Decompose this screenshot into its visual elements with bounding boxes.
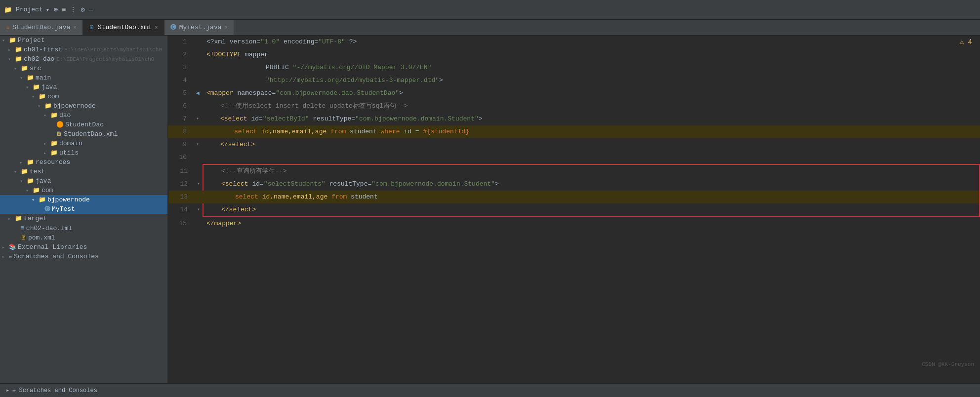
- tab-icon-java: ☕: [6, 24, 9, 31]
- code-line-6: 6 <!--使用select insert delete update标签写sq…: [168, 100, 980, 113]
- tab-studentdao-xml[interactable]: 🗎 StudentDao.xml ×: [83, 20, 164, 35]
- scratches-bottom-label: Scratches and Consoles: [19, 387, 97, 394]
- bottom-scratches[interactable]: ▸ ✏ Scratches and Consoles: [6, 387, 97, 394]
- top-icon-4[interactable]: ⚙: [81, 5, 84, 14]
- tab-label: StudentDao.java: [12, 24, 70, 31]
- sidebar-item-java-test[interactable]: ▾ 📁 java: [0, 176, 167, 186]
- sidebar-item-domain[interactable]: ▸ 📁 domain: [0, 139, 167, 148]
- top-icon-5[interactable]: —: [89, 6, 93, 14]
- tab-label-mytest: MyTest.java: [179, 24, 222, 31]
- sidebar-item-com-main[interactable]: ▾ 📁 com: [0, 92, 167, 101]
- code-lines: 1 <?xml version="1.0" encoding="UTF-8" ?…: [168, 36, 980, 230]
- sidebar-item-studentdao[interactable]: ▸ 🟠 StudentDao: [0, 120, 167, 129]
- sidebar-item-ch02-iml[interactable]: ▸ ≣ ch02-dao.iml: [0, 223, 167, 233]
- code-line-12: 12 ▾ <select id="selectStudents" resultT…: [169, 178, 979, 191]
- sidebar-item-scratches[interactable]: ▸ ✏ Scratches and Consoles: [0, 252, 167, 261]
- top-icon-2[interactable]: ≡: [62, 6, 66, 14]
- sidebar-item-src[interactable]: ▾ 📁 src: [0, 64, 167, 73]
- code-line-10: 10: [168, 151, 980, 164]
- sidebar-item-bjpowernode-main[interactable]: ▾ 📁 bjpowernode: [0, 101, 167, 111]
- sidebar-item-ch02[interactable]: ▾ 📁 ch02-dao E:\IDEA\Projects\mybatis01\…: [0, 54, 167, 64]
- code-editor[interactable]: 1 <?xml version="1.0" encoding="UTF-8" ?…: [168, 36, 980, 383]
- code-line-8: 8 select id,name,email,age from student …: [168, 125, 980, 138]
- top-icon-3[interactable]: ⋮: [70, 5, 77, 14]
- watermark: CSDN @KK-Greyson: [922, 361, 974, 367]
- editor-area: ⚠ 4 1 <?xml version="1.0" encoding="UTF-…: [168, 36, 980, 383]
- sidebar-item-studentdao-xml[interactable]: ▸ 🗎 StudentDao.xml: [0, 129, 167, 139]
- sidebar-item-bjpowernode-test[interactable]: ▾ 📁 bjpowernode: [0, 195, 167, 204]
- sidebar-item-external-libs[interactable]: ▸ 📚 External Libraries: [0, 242, 167, 252]
- sidebar-item-pom[interactable]: ▸ 🗎 pom.xml: [0, 233, 167, 242]
- tab-mytest-java[interactable]: 🅒 MyTest.java ×: [164, 20, 234, 35]
- code-line-1: 1 <?xml version="1.0" encoding="UTF-8" ?…: [168, 36, 980, 48]
- top-bar: 📁 Project ▾ ⊕ ≡ ⋮ ⚙ —: [0, 0, 980, 20]
- tab-close-xml[interactable]: ×: [155, 25, 158, 31]
- code-line-14: 14 ▾ </select>: [169, 203, 979, 216]
- code-line-13: 13 select id,name,email,age from student: [169, 191, 979, 203]
- bottom-bar: ▸ ✏ Scratches and Consoles: [0, 383, 980, 397]
- file-tree: ▾ 📁 Project ▸ 📁 ch01-first E:\IDEA\Proje…: [0, 36, 168, 383]
- tab-icon-xml: 🗎: [89, 24, 95, 31]
- code-line-3: 3 PUBLIC "-//mybatis.org//DTD Mapper 3.0…: [168, 61, 980, 74]
- sidebar-item-main[interactable]: ▾ 📁 main: [0, 73, 167, 82]
- sidebar-item-utils[interactable]: ▸ 📁 utils: [0, 148, 167, 158]
- sidebar-item-resources[interactable]: ▸ 📁 resources: [0, 158, 167, 167]
- scratches-label: Scratches and Consoles: [14, 253, 99, 260]
- sidebar-item-project[interactable]: ▾ 📁 Project: [0, 36, 167, 45]
- code-line-4: 4 "http://mybatis.org/dtd/mybatis-3-mapp…: [168, 74, 980, 87]
- top-icon-1[interactable]: ⊕: [53, 5, 57, 14]
- tab-close-java[interactable]: ×: [73, 25, 77, 31]
- code-line-11: 11 <!--查询所有学生-->: [169, 165, 979, 178]
- project-label: 📁 Project ▾: [4, 6, 49, 14]
- sidebar-item-test[interactable]: ▾ 📁 test: [0, 167, 167, 176]
- tab-close-mytest[interactable]: ×: [225, 25, 228, 31]
- code-line-9: 9 ▾ </select>: [168, 138, 980, 151]
- code-line-2: 2 <!DOCTYPE mapper: [168, 48, 980, 61]
- sidebar-item-dao[interactable]: ▾ 📁 dao: [0, 111, 167, 120]
- tab-icon-mytest: 🅒: [170, 24, 176, 31]
- dropdown-arrow[interactable]: ▾: [46, 6, 50, 14]
- sidebar-item-mytest[interactable]: ▸ 🅒 MyTest: [0, 204, 167, 214]
- editor-tabs: ☕ StudentDao.java × 🗎 StudentDao.xml × 🅒…: [0, 20, 980, 36]
- sidebar-item-java-main[interactable]: ▾ 📁 java: [0, 82, 167, 92]
- sidebar-item-com-test[interactable]: ▾ 📁 com: [0, 186, 167, 195]
- code-line-7: 7 ▾ <select id="selectById" resultType="…: [168, 113, 980, 125]
- code-line-5: 5 ◀ <mapper namespace="com.bjpowernode.d…: [168, 87, 980, 100]
- code-line-15: 15 </mapper>: [168, 217, 980, 230]
- red-border-block: 11 <!--查询所有学生--> 12 ▾ <select id="select…: [203, 164, 980, 217]
- main-layout: ▾ 📁 Project ▸ 📁 ch01-first E:\IDEA\Proje…: [0, 36, 980, 383]
- sidebar-item-ch01[interactable]: ▸ 📁 ch01-first E:\IDEA\Projects\mybatis0…: [0, 45, 167, 54]
- sidebar-item-target[interactable]: ▸ 📁 target: [0, 214, 167, 223]
- tab-studentdao-java[interactable]: ☕ StudentDao.java ×: [0, 20, 83, 35]
- scratches-text-icon: ✏: [12, 387, 16, 394]
- tab-label-xml: StudentDao.xml: [98, 24, 152, 31]
- folder-icon: 📁: [4, 6, 12, 14]
- scratches-expand-icon: ▸: [6, 387, 9, 394]
